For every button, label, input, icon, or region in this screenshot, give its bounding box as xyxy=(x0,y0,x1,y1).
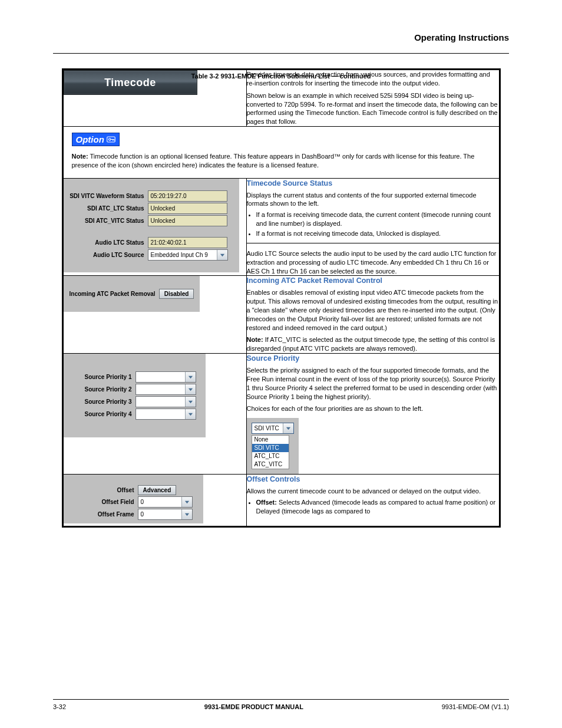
svg-marker-11 xyxy=(184,501,189,504)
footer-page: 3-32 xyxy=(53,703,66,710)
svg-point-1 xyxy=(108,139,110,140)
separator xyxy=(247,243,499,243)
atc-note: Note: If ATC_VITC is selected as the out… xyxy=(247,335,499,353)
status-bullets: If a format is receiving timecode data, … xyxy=(256,210,499,238)
demo-listbox[interactable]: None SDI VITC ATC_LTC ATC_VITC xyxy=(252,435,289,469)
audio-ltc-desc: Audio LTC Source selects the audio input… xyxy=(247,249,499,276)
license-key-icon xyxy=(107,136,115,143)
demo-dd-selected: SDI VITC xyxy=(252,423,283,433)
chevron-down-icon[interactable] xyxy=(283,423,293,433)
offset-heading: Offset Controls xyxy=(247,475,499,485)
offset-field-value: 0 xyxy=(138,497,181,507)
label-priority-3: Source Priority 3 xyxy=(73,398,135,405)
label-audio-ltc-source: Audio LTC Source xyxy=(65,252,148,258)
label-offset: Offset xyxy=(93,487,138,493)
label-priority-1: Source Priority 1 xyxy=(73,374,135,380)
footer-title: 9931-EMDE PRODUCT MANUAL xyxy=(204,703,303,710)
atc-removal-toggle[interactable]: Disabled xyxy=(159,289,194,299)
atc-note-text: If ATC_VITC is selected as the output ti… xyxy=(247,336,495,352)
offset-bullets: Offset: Selects Advanced (timecode leads… xyxy=(256,498,499,516)
option-badge: Option xyxy=(72,133,120,146)
svg-marker-6 xyxy=(188,376,192,379)
status-panel: SDI VITC Waveform Status 05:20:19:27.0 S… xyxy=(64,179,239,272)
table-caption: Table 3-2 9931-EMDE Function Submenu Lis… xyxy=(0,73,562,80)
bullet-locked: If a format is receiving timecode data, … xyxy=(256,210,499,228)
dropdown-selected: Embedded Input Ch 9 xyxy=(148,250,217,260)
atc-removal-panel: Incoming ATC Packet Removal Disabled xyxy=(64,276,200,312)
chevron-down-icon[interactable] xyxy=(217,250,227,260)
option-badge-label: Option xyxy=(76,134,104,144)
atc-note-prefix: Note: xyxy=(247,336,263,343)
note-prefix: Note: xyxy=(72,153,88,160)
offset-bullet1-text: Selects Advanced (timecode leads as comp… xyxy=(256,499,496,515)
chevron-down-icon[interactable] xyxy=(181,509,192,519)
label-offset-frame: Offset Frame xyxy=(93,511,138,518)
label-sdi-atc-ltc: SDI ATC_LTC Status xyxy=(65,205,148,212)
option-none[interactable]: None xyxy=(252,436,289,444)
priority-panel: Source Priority 1 Source Priority 2 xyxy=(64,354,206,437)
status-heading: Timecode Source Status xyxy=(247,179,499,189)
priority-desc: Selects the priority assigned to each of… xyxy=(247,366,499,401)
header-rule xyxy=(53,53,509,54)
offset-toggle[interactable]: Advanced xyxy=(138,485,177,495)
dropdown-priority-4[interactable] xyxy=(135,409,196,420)
footer-doc: 9931-EMDE-OM (V1.1) xyxy=(442,703,509,710)
bullet-unlocked: If a format is not receiving timecode da… xyxy=(256,229,499,238)
dropdown-offset-field[interactable]: 0 xyxy=(138,496,193,508)
note-text: Timecode function is an optional license… xyxy=(72,153,475,169)
svg-marker-5 xyxy=(220,253,224,256)
value-audio-ltc-status: 21:02:40:02.1 xyxy=(148,237,227,248)
dd-text xyxy=(136,409,185,419)
option-atc-ltc[interactable]: ATC_LTC xyxy=(252,452,289,460)
priority-lead: Choices for each of the four priorities … xyxy=(247,404,499,413)
label-atc-removal: Incoming ATC Packet Removal xyxy=(70,291,159,297)
dropdown-audio-ltc-source[interactable]: Embedded Input Ch 9 xyxy=(148,249,228,261)
dd-text xyxy=(136,397,185,407)
header-chapter: Operating Instructions xyxy=(414,32,509,42)
demo-dropdown[interactable]: SDI VITC xyxy=(252,423,294,434)
value-sdi-atc-vitc: Unlocked xyxy=(148,215,227,226)
chevron-down-icon[interactable] xyxy=(181,497,192,507)
dd-text xyxy=(136,384,185,394)
offset-bullet1-label: Offset: xyxy=(256,499,277,506)
option-note: Note: Timecode function is an optional l… xyxy=(72,152,491,170)
dropdown-priority-2[interactable] xyxy=(135,384,196,395)
svg-marker-12 xyxy=(184,513,189,516)
offset-panel: Offset Advanced Offset Field 0 Offset Fr… xyxy=(64,475,203,523)
svg-marker-10 xyxy=(286,427,290,430)
footer-rule xyxy=(53,699,509,700)
value-sdi-vitc-waveform: 05:20:19:27.0 xyxy=(148,190,227,202)
chevron-down-icon[interactable] xyxy=(185,397,196,407)
function-table: Timecode Provides timecode data extracti… xyxy=(62,68,501,528)
svg-marker-8 xyxy=(188,401,192,404)
dropdown-offset-frame[interactable]: 0 xyxy=(138,509,193,520)
priority-options-demo: SDI VITC None SDI VITC ATC_LTC ATC_VITC xyxy=(247,418,299,474)
offset-frame-value: 0 xyxy=(138,509,181,519)
priority-heading: Source Priority xyxy=(247,354,499,364)
dropdown-priority-1[interactable] xyxy=(135,371,196,383)
chevron-down-icon[interactable] xyxy=(185,384,196,394)
value-sdi-atc-ltc: Unlocked xyxy=(148,203,227,214)
svg-marker-7 xyxy=(188,388,192,391)
label-sdi-vitc-waveform: SDI VITC Waveform Status xyxy=(65,193,148,199)
chevron-down-icon[interactable] xyxy=(185,372,196,382)
atc-heading: Incoming ATC Packet Removal Control xyxy=(247,276,499,286)
label-priority-2: Source Priority 2 xyxy=(73,386,135,393)
atc-desc: Enables or disables removal of existing … xyxy=(247,288,499,332)
label-priority-4: Source Priority 4 xyxy=(73,411,135,417)
option-atc-vitc[interactable]: ATC_VITC xyxy=(252,460,289,469)
label-offset-field: Offset Field xyxy=(93,499,138,505)
page-footer: 3-32 9931-EMDE PRODUCT MANUAL 9931-EMDE-… xyxy=(29,703,533,710)
offset-desc: Allows the current timecode count to be … xyxy=(247,487,499,496)
tab-description2: Shown below is an example in which recei… xyxy=(247,91,499,126)
dropdown-priority-3[interactable] xyxy=(135,396,196,407)
label-sdi-atc-vitc: SDI ATC_VITC Status xyxy=(65,218,148,224)
status-desc: Displays the current status and contents… xyxy=(247,191,499,209)
label-audio-ltc-status: Audio LTC Status xyxy=(65,239,148,246)
chevron-down-icon[interactable] xyxy=(185,409,196,419)
svg-marker-9 xyxy=(188,413,192,416)
dd-text xyxy=(136,372,185,382)
option-sdi-vitc[interactable]: SDI VITC xyxy=(252,444,289,452)
